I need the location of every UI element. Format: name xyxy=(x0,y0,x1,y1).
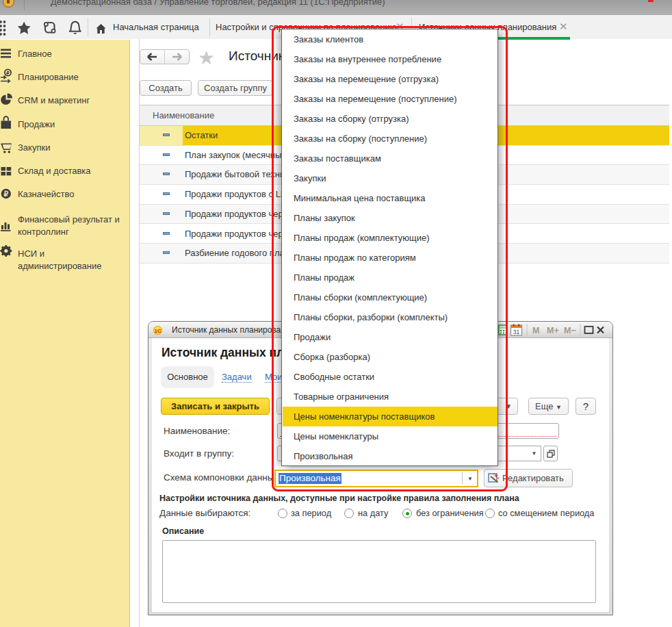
svg-text:₽: ₽ xyxy=(3,190,8,198)
svg-text:M+: M+ xyxy=(547,326,559,335)
svg-text:31: 31 xyxy=(513,329,520,335)
svg-text:M−: M− xyxy=(564,326,576,335)
svg-text:M: M xyxy=(532,326,539,335)
svg-text:₽: ₽ xyxy=(6,71,10,75)
